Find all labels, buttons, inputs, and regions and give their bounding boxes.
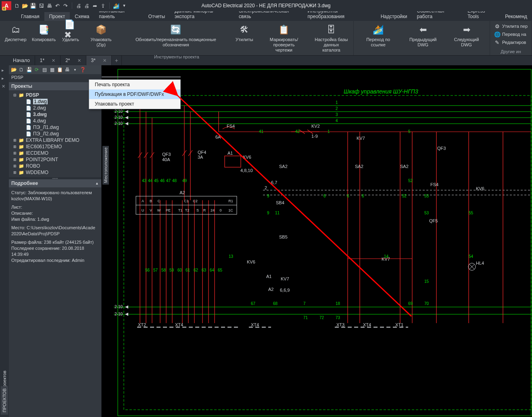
sidestrip-pin-icon[interactable]: ▸ — [2, 68, 7, 73]
svg-rect-1 — [124, 95, 531, 410]
drawing-area[interactable]: Местоположение Шкаф управления ШУ-НГП3 1… — [102, 65, 532, 417]
tree-expand-icon[interactable]: ⊞ — [13, 170, 17, 174]
qat-new-icon[interactable]: 🗋 — [14, 2, 20, 9]
qat-save-icon[interactable]: 💾 — [30, 2, 36, 9]
ribbon-dispatcher-button[interactable]: 🗂Диспетчер — [2, 23, 29, 43]
doc-tab-close-icon[interactable]: ✕ — [103, 58, 106, 63]
qat-redo-icon[interactable]: ↷ — [62, 2, 69, 9]
qat-open-icon[interactable]: 📂 — [22, 2, 28, 9]
ribbon-catalog-button[interactable]: 🗄Настройка базы данных каталога — [312, 23, 351, 54]
proj-tb-print-icon[interactable]: 🖶 — [64, 66, 71, 73]
proj-tb-list-icon[interactable]: ▤ — [41, 66, 48, 73]
tree-expand-icon[interactable]: ⊞ — [13, 138, 17, 142]
svg-text:68: 68 — [273, 301, 278, 306]
proj-tb-help-icon[interactable]: ❓ — [79, 66, 86, 73]
ribbon-migrate-button[interactable]: ⚙Утилита пер — [492, 23, 529, 30]
tree-file-2.dwg[interactable]: 2.dwg — [10, 105, 100, 111]
doc-tab-0[interactable]: Начало — [8, 56, 35, 65]
tree-expand-icon[interactable]: ⊟ — [13, 93, 17, 97]
sidestrip-pin2-icon[interactable]: ▸ — [2, 76, 7, 81]
svg-text:SB4: SB4 — [276, 200, 284, 205]
svg-text:A1: A1 — [227, 151, 233, 156]
ribbon-tab-4[interactable]: Отчеты — [144, 12, 170, 21]
qat-cloud-icon[interactable]: 🏄 — [113, 2, 119, 9]
app-logo[interactable]: A — [2, 1, 11, 10]
ribbon-copy-button[interactable]: 📑Копировать — [29, 23, 58, 43]
tree-expand-icon[interactable]: ⊞ — [13, 158, 17, 162]
doc-tab-2[interactable]: 2*✕ — [61, 56, 86, 65]
project-context-menu[interactable]: Печать проектаПубликация в PDF/DWF/DWFxУ… — [89, 79, 181, 109]
ribbon-prev-button[interactable]: ⬅Предыдущий DWG — [401, 23, 445, 48]
tree-expand-icon[interactable]: ⊞ — [13, 151, 17, 155]
doc-tab-3[interactable]: 3*✕ — [86, 56, 112, 65]
context-menu-item-0[interactable]: Печать проекта — [89, 80, 180, 89]
ribbon-delete-button[interactable]: 📄✖Удалить — [59, 23, 82, 43]
doc-tab-close-icon[interactable]: ✕ — [77, 58, 81, 63]
tree-folder-WDDEMO[interactable]: ⊞WDDEMO — [10, 169, 100, 176]
ribbon-translate-button[interactable]: 🌐Перевод на — [492, 31, 528, 38]
ribbon-zip-button[interactable]: 📦Упаковать (Zip) — [83, 23, 119, 48]
svg-text:65: 65 — [218, 268, 223, 272]
doc-tab-1[interactable]: 1*✕ — [35, 56, 61, 65]
sidestrip-close-icon[interactable]: ✕ — [2, 84, 7, 89]
svg-text:53: 53 — [424, 194, 429, 198]
svg-text:72: 72 — [319, 315, 324, 320]
bottom-vertical-tab[interactable]: ПРОЕКТОВ — [1, 386, 8, 415]
copy-icon: 📑 — [38, 23, 50, 36]
ribbon-tab-0[interactable]: Главная — [16, 12, 44, 21]
qat-saveas-icon[interactable]: 🖫 — [38, 2, 44, 9]
proj-tb-refresh-icon[interactable]: ⟳ — [33, 66, 40, 73]
doc-tab-close-icon[interactable]: ✕ — [52, 58, 55, 63]
proj-tb-open-icon[interactable]: 📂 — [10, 66, 17, 73]
tree-folder-ROBO[interactable]: ⊞ROBO — [10, 163, 100, 169]
proj-tb-new-icon[interactable]: 🗋 — [18, 66, 25, 73]
doc-tab-add[interactable]: + — [112, 56, 122, 65]
details-header-collapse-icon[interactable]: ▲ — [95, 181, 99, 185]
qat-plot-icon[interactable]: 🖨 — [75, 2, 82, 9]
tree-file-4.dwg[interactable]: 4.dwg — [10, 118, 100, 124]
qat-share-icon[interactable]: ➦ — [92, 2, 98, 9]
tree-file-ПЭ_Л1.dwg[interactable]: ПЭ_Л1.dwg — [10, 124, 100, 131]
tree-folder-POINT2POINT[interactable]: ⊞POINT2POINT — [10, 156, 100, 163]
svg-text:QF3: QF3 — [437, 146, 446, 151]
ribbon-next-button[interactable]: ➡Следующий DWG — [446, 23, 487, 48]
context-menu-item-1[interactable]: Публикация в PDF/DWF/DWFx — [89, 89, 180, 99]
tree-folder-PDSP[interactable]: ⊟PDSP — [10, 92, 100, 98]
svg-text:HL4: HL4 — [476, 261, 484, 266]
proj-tb-report-icon[interactable]: 📋 — [56, 66, 63, 73]
svg-text:B: B — [150, 199, 152, 203]
svg-text:2: 2 — [265, 185, 267, 190]
tree-folder-EXTRA LIBRARY DEMO[interactable]: ⊞EXTRA LIBRARY DEMO — [10, 137, 100, 143]
ribbon-utils-button[interactable]: 🛠Утилиты — [233, 23, 256, 43]
qat-undo-icon[interactable]: ↶ — [54, 2, 61, 9]
qat-dropdown-icon[interactable]: ▼ — [121, 2, 127, 9]
project-tree[interactable]: ⊟PDSP1.dwg2.dwg3.dwg4.dwgПЭ_Л1.dwgПЭ_Л2.… — [9, 90, 101, 177]
proj-tb-dd-icon[interactable]: ▼ — [72, 66, 78, 73]
ribbon-tab-8[interactable]: Надстройки — [376, 12, 412, 21]
context-menu-item-2[interactable]: Упаковать проект — [89, 99, 180, 109]
proj-tb-save-icon[interactable]: 💾 — [26, 66, 32, 73]
tree-expand-icon[interactable]: ⊞ — [13, 145, 17, 149]
next-label: Следующий DWG — [448, 37, 485, 48]
tree-file-ПЭ_Л2.dwg[interactable]: ПЭ_Л2.dwg — [10, 131, 100, 137]
ribbon-tab-11[interactable]: Рекоменд — [500, 12, 532, 21]
qat-batch-icon[interactable]: 🖨 — [83, 2, 90, 9]
ribbon-edit-button[interactable]: ✎Редактиров — [492, 39, 528, 46]
title-bar: A 🗋 📂 💾 🖫 🖶 ↶ ↷ 🖨 🖨 ➦ ⇪ 🏄 ▼ AutoCAD Elec… — [0, 0, 532, 11]
svg-text:52: 52 — [402, 194, 407, 198]
tree-folder-IEC60617DEMO[interactable]: ⊞IEC60617DEMO — [10, 143, 100, 150]
tree-file-3.dwg[interactable]: 3.dwg — [10, 111, 100, 118]
tree-folder-IECDEMO[interactable]: ⊞IECDEMO — [10, 150, 100, 156]
svg-text:47: 47 — [166, 178, 171, 183]
ribbon-mark-button[interactable]: 📋Маркировать/проверить чертежи — [257, 23, 311, 54]
tree-file-1.dwg[interactable]: 1.dwg — [10, 98, 100, 105]
tree-expand-icon[interactable]: ⊞ — [13, 164, 17, 168]
ribbon-refresh-button[interactable]: 🔄Обновить/переназначить позиционные обоз… — [120, 23, 232, 48]
drawing-canvas[interactable]: Шкаф управления ШУ-НГП3 1 2 3 4 2-10 2-1… — [102, 65, 532, 417]
proj-tb-sheet-icon[interactable]: ▦ — [49, 66, 55, 73]
qat-print-icon[interactable]: 🖶 — [46, 2, 52, 9]
qat-export-icon[interactable]: ⇪ — [100, 2, 106, 9]
ribbon-link-button[interactable]: 🏄Переход по ссылке — [356, 23, 400, 48]
svg-text:6: 6 — [362, 194, 364, 198]
svg-text:T1: T1 — [178, 208, 183, 212]
